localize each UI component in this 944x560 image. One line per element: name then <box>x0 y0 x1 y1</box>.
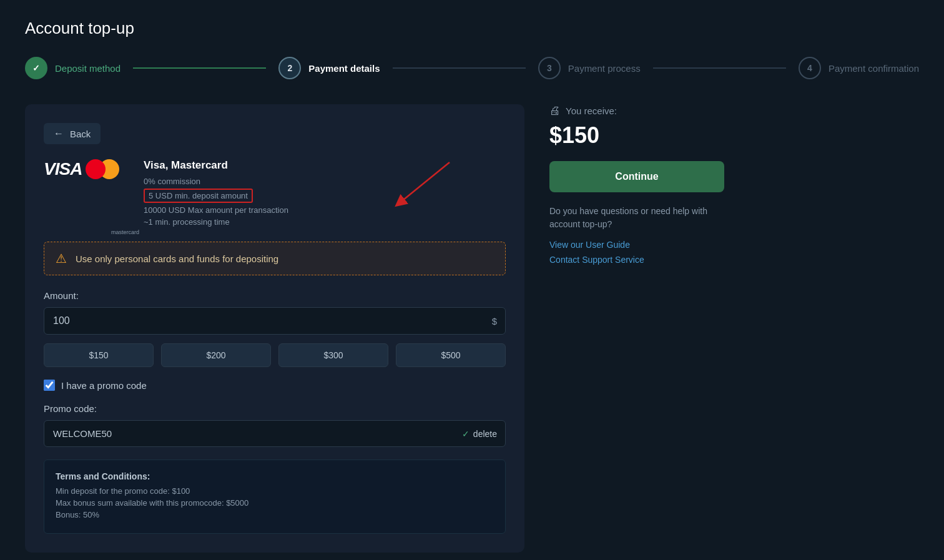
terms-box: Terms and Conditions: Min deposit for th… <box>44 459 506 534</box>
mastercard-logo <box>86 159 119 179</box>
step-2: 2 Payment details <box>278 57 380 79</box>
promo-checkbox[interactable] <box>44 380 55 391</box>
warning-text: Use only personal cards and funds for de… <box>76 253 278 264</box>
step-4-circle: 4 <box>799 57 821 79</box>
step-4: 4 Payment confirmation <box>799 57 919 79</box>
promo-input-wrapper: ✓ delete <box>44 420 506 447</box>
card-panel: ← Back VISA mastercard <box>25 104 524 553</box>
receive-amount: $150 <box>549 122 724 149</box>
card-min-deposit: 5 USD min. deposit amount <box>144 189 253 203</box>
amount-input[interactable] <box>44 307 506 335</box>
user-guide-link[interactable]: View our User Guide <box>549 240 724 250</box>
delete-label: delete <box>473 429 497 439</box>
amount-currency: $ <box>492 316 497 327</box>
step-4-label: Payment confirmation <box>828 63 919 74</box>
terms-title: Terms and Conditions: <box>56 471 494 481</box>
mastercard-label: mastercard <box>111 229 139 235</box>
step-3-label: Payment process <box>568 63 641 74</box>
page-title: Account top-up <box>25 19 919 38</box>
promo-checkbox-row: I have a promo code <box>44 380 506 391</box>
amount-label: Amount: <box>44 290 506 301</box>
support-link[interactable]: Contact Support Service <box>549 255 724 265</box>
step-1: ✓ Deposit method <box>25 57 120 79</box>
visa-logo: VISA <box>44 159 82 179</box>
receive-label: 🖨 You receive: <box>549 104 724 117</box>
card-name: Visa, Mastercard <box>144 159 506 172</box>
right-panel: 🖨 You receive: $150 Continue Do you have… <box>549 104 724 270</box>
back-button[interactable]: ← Back <box>44 123 101 144</box>
connector-1-2 <box>133 67 266 69</box>
connector-3-4 <box>653 67 786 69</box>
step-2-label: Payment details <box>308 63 380 74</box>
promo-label: Promo code: <box>44 403 506 414</box>
card-info-section: VISA mastercard Visa, Mastercard 0% comm… <box>44 159 506 227</box>
step-3: 3 Payment process <box>538 57 641 79</box>
preset-500[interactable]: $500 <box>396 343 506 367</box>
left-panel: ← Back VISA mastercard <box>25 104 524 553</box>
card-max-amount: 10000 USD Max amount per transaction <box>144 205 506 215</box>
promo-checkbox-label: I have a promo code <box>61 380 147 391</box>
card-details: Visa, Mastercard 0% commission 5 USD min… <box>144 159 506 227</box>
continue-button[interactable]: Continue <box>549 161 724 192</box>
amount-input-wrapper: $ <box>44 307 506 335</box>
receive-icon: 🖨 <box>549 104 561 117</box>
terms-line-1: Min deposit for the promo code: $100 <box>56 486 494 496</box>
card-logos: VISA mastercard <box>44 159 125 179</box>
card-processing: ~1 min. processing time <box>144 217 506 227</box>
promo-input[interactable] <box>44 420 506 447</box>
promo-delete-button[interactable]: ✓ delete <box>462 429 497 439</box>
terms-line-3: Bonus: 50% <box>56 510 494 519</box>
step-1-circle: ✓ <box>25 57 47 79</box>
step-2-circle: 2 <box>278 57 301 79</box>
help-text: Do you have questions or need help with … <box>549 205 724 231</box>
terms-line-2: Max bonus sum available with this promoc… <box>56 498 494 508</box>
step-3-circle: 3 <box>538 57 561 79</box>
connector-2-3 <box>393 67 526 69</box>
preset-300[interactable]: $300 <box>278 343 388 367</box>
amount-presets: $150 $200 $300 $500 <box>44 343 506 367</box>
stepper: ✓ Deposit method 2 Payment details 3 Pay… <box>25 57 919 79</box>
delete-check-icon: ✓ <box>462 429 470 439</box>
card-commission: 0% commission <box>144 177 506 186</box>
back-arrow-icon: ← <box>54 128 64 139</box>
warning-icon: ⚠ <box>56 251 67 266</box>
warning-box: ⚠ Use only personal cards and funds for … <box>44 242 506 275</box>
back-label: Back <box>70 129 91 139</box>
preset-150[interactable]: $150 <box>44 343 154 367</box>
step-1-label: Deposit method <box>55 63 120 74</box>
preset-200[interactable]: $200 <box>161 343 271 367</box>
receive-label-text: You receive: <box>566 106 617 116</box>
